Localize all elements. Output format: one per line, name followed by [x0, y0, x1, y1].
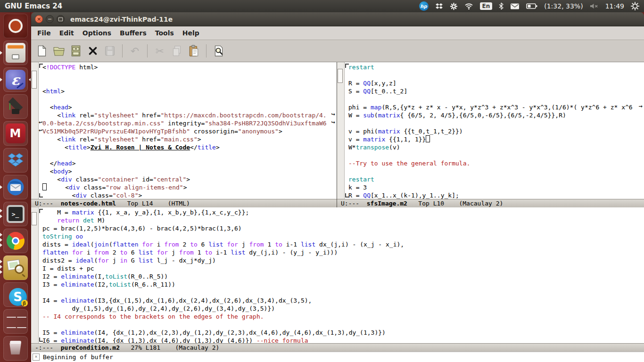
launcher-item-files[interactable] — [3, 41, 28, 65]
minibuffer-fringe-icon — [33, 354, 40, 361]
keyboard-layout-indicator[interactable]: En — [480, 2, 493, 10]
hp-logo[interactable]: hp — [419, 1, 429, 11]
minimize-button[interactable]: − — [46, 15, 54, 23]
mendeley-icon: M — [6, 123, 25, 143]
running-pip — [0, 78, 2, 82]
buffer-bottom-indicator — [39, 337, 43, 342]
emacs-frame: × − emacs24@zvi-ThinkPad-11e FileEditOpt… — [31, 12, 644, 362]
window-purecondition-m2: M = matrix {{1, x_a, y_a},{1, x_b,y_b},{… — [31, 207, 644, 352]
focused-arrow — [29, 78, 31, 82]
workspace-switcher-icon — [7, 313, 26, 332]
fringe-wrap-right-arrow: ↪ — [331, 120, 335, 125]
scrollbar-left-window[interactable] — [31, 62, 39, 199]
kill-buffer-button[interactable] — [86, 44, 100, 58]
inactive-cursor — [42, 183, 47, 190]
skype-icon: Sβ — [6, 285, 25, 304]
echo-area[interactable]: Beginning of buffer — [31, 352, 644, 362]
launcher-item-mendeley[interactable]: M — [3, 121, 28, 146]
running-pip — [0, 209, 2, 213]
wifi-icon[interactable] — [464, 2, 473, 10]
dropbox-tray-icon[interactable] — [435, 3, 443, 9]
toolbar-separator — [122, 44, 123, 58]
launcher-item-image-viewer[interactable] — [3, 255, 28, 280]
unity-top-panel: GNU Emacs 24 hpEn(1:32, 33%)11:49 — [0, 0, 644, 12]
clock[interactable]: 11:49 — [605, 2, 624, 10]
paste-button[interactable] — [187, 44, 201, 58]
panel-app-title: GNU Emacs 24 — [5, 2, 62, 10]
new-file-button[interactable] — [35, 44, 49, 58]
inactive-cursor — [426, 135, 430, 142]
trash-icon — [6, 338, 25, 358]
emacs-titlebar[interactable]: × − emacs24@zvi-ThinkPad-11e — [31, 12, 644, 26]
dropbox-icon — [6, 150, 25, 170]
launcher-item-thunderbird[interactable] — [3, 175, 28, 199]
fringe-truncation-arrow: → — [639, 104, 643, 109]
cut-button: ✂ — [153, 44, 167, 58]
tool-bar: ↶✂ — [31, 40, 644, 62]
fringe-wrap-left-arrow: ↩ — [39, 128, 42, 133]
chrome-icon — [7, 232, 25, 250]
battery-icon[interactable] — [526, 3, 537, 9]
menu-file[interactable]: File — [33, 28, 55, 38]
buffer-text-notes-code[interactable]: <!DOCTYPE html><html> <head> <link rel="… — [42, 63, 336, 199]
menu-buffers[interactable]: Buffers — [116, 28, 151, 38]
launcher-item-university-app[interactable] — [3, 94, 28, 119]
launcher-item-emacs[interactable]: ε — [3, 67, 28, 92]
menu-options[interactable]: Options — [78, 28, 116, 38]
running-pip — [0, 51, 2, 55]
mode-line-sfsimage: U:--- sfsImage.m2 Top L10 (Macaulay 2) — [337, 199, 644, 207]
window-title: emacs24@zvi-ThinkPad-11e — [70, 16, 173, 23]
running-pip — [0, 243, 2, 247]
scrollbar-bottom-window[interactable] — [31, 207, 39, 343]
launcher-item-terminal[interactable]: >_ — [3, 202, 28, 226]
launcher-item-workspace-switcher[interactable] — [3, 309, 28, 334]
menu-edit[interactable]: Edit — [55, 28, 78, 38]
buffer-top-indicator — [39, 64, 43, 68]
scrollbar-thumb[interactable] — [32, 212, 37, 225]
fringe-wrap-left-arrow: ↩ — [39, 120, 42, 125]
scrollbar-thumb[interactable] — [338, 69, 343, 83]
fringe-wrap-right-arrow: ↪ — [331, 112, 335, 117]
desktop: GNU Emacs 24 hpEn(1:32, 33%)11:49 εM>_Sβ… — [0, 0, 644, 362]
image-viewer-icon — [6, 258, 25, 278]
buffer-top-indicator — [39, 209, 43, 213]
battery-status-text: (1:32, 33%) — [544, 2, 583, 10]
toolbar-separator — [147, 44, 148, 58]
volume-muted-icon[interactable] — [590, 3, 599, 9]
running-pip — [0, 238, 2, 242]
echo-message: Beginning of buffer — [43, 354, 113, 361]
scrollbar-right-window[interactable] — [337, 62, 345, 199]
launcher-item-chrome[interactable] — [3, 229, 28, 253]
running-pip — [0, 214, 2, 218]
thunderbird-icon — [6, 177, 25, 197]
buffer-text-purecondition[interactable]: M = matrix {{1, x_a, y_a},{1, x_b,y_b},{… — [42, 208, 643, 343]
launcher-item-dropbox[interactable] — [3, 148, 28, 173]
search-button[interactable] — [212, 44, 226, 58]
mode-line-notes-code: U:--- notes-code.html Top L14 (HTML) — [31, 199, 337, 207]
bluetooth-icon[interactable] — [499, 2, 504, 10]
session-gear-icon[interactable] — [631, 2, 639, 10]
buffer-text-sfsimage[interactable]: restartR = QQ[x,y,z]S = QQ[t_0..t_2]phi … — [348, 63, 643, 199]
menu-help[interactable]: Help — [178, 28, 204, 38]
scrollbar-thumb[interactable] — [32, 71, 37, 89]
menu-tools[interactable]: Tools — [151, 28, 178, 38]
files-icon — [6, 43, 25, 63]
running-pip — [0, 185, 2, 189]
mail-icon[interactable] — [510, 3, 520, 10]
dired-button[interactable] — [69, 44, 83, 58]
open-file-button[interactable] — [52, 44, 66, 58]
save-buffer-button — [103, 44, 117, 58]
emacs-icon: ε — [6, 70, 25, 90]
undo-button: ↶ — [128, 44, 142, 58]
ubuntu-logo-icon — [6, 16, 25, 36]
menu-bar: FileEditOptionsBuffersToolsHelp — [31, 26, 644, 40]
maximize-button[interactable] — [57, 15, 65, 23]
launcher-item-dash-home[interactable] — [3, 14, 28, 38]
launcher-item-skype-beta[interactable]: Sβ — [3, 282, 28, 307]
toolbar-separator — [206, 44, 206, 58]
launcher-item-trash[interactable] — [3, 336, 28, 361]
running-pip — [0, 265, 2, 269]
window-sfsimage-m2: restartR = QQ[x,y,z]S = QQ[t_0..t_2]phi … — [337, 62, 644, 207]
close-button[interactable]: × — [35, 15, 43, 23]
updates-burst-icon[interactable] — [450, 2, 458, 10]
